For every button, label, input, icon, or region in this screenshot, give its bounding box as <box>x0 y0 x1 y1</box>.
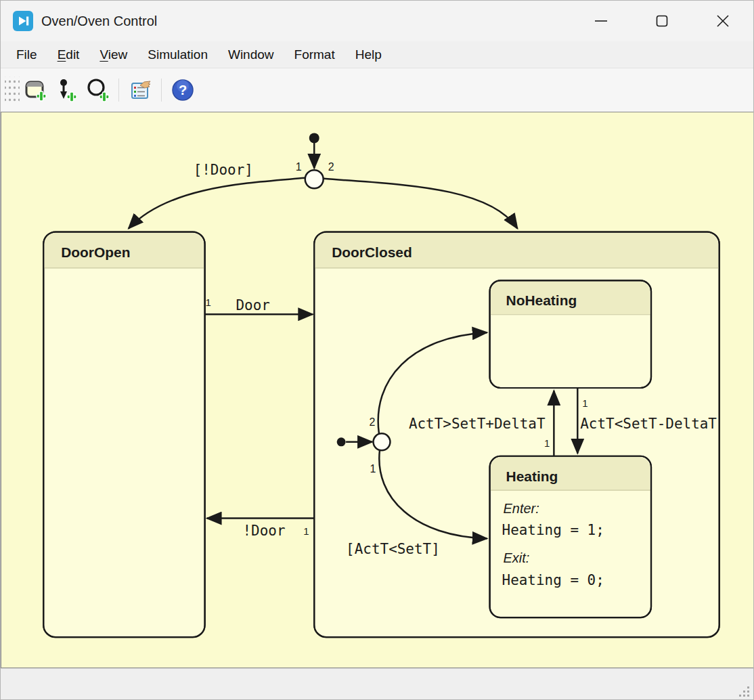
guard-not-door-top[interactable]: [!Door] <box>194 162 253 178</box>
resize-grip[interactable] <box>738 686 751 698</box>
menu-bar: File Edit View Simulation Window Format … <box>1 41 753 68</box>
state-heating[interactable]: Heating Enter: Heating = 1; Exit: Heatin… <box>490 456 651 617</box>
maximize-icon <box>655 14 669 28</box>
app-icon <box>13 11 33 31</box>
menu-file[interactable]: File <box>6 43 47 66</box>
top-junction-branch-1[interactable]: 1 <box>296 161 302 173</box>
status-bar <box>1 668 753 700</box>
minimize-icon <box>594 14 608 28</box>
state-title-door-closed[interactable]: DoorClosed <box>332 244 412 260</box>
add-state-icon <box>22 76 49 104</box>
app-window: Oven/Oven Control File Edit <box>0 0 754 700</box>
guard-act-lt-set[interactable]: [ActT<SetT] <box>346 541 440 557</box>
inner-initial-dot[interactable] <box>337 437 346 446</box>
toolbar-separator <box>118 79 119 102</box>
add-junction-icon <box>84 76 111 104</box>
toolbar-separator <box>161 79 162 102</box>
heat-off-order[interactable]: 1 <box>544 437 550 449</box>
menu-help[interactable]: Help <box>345 43 392 66</box>
add-default-transition-button[interactable] <box>51 74 82 106</box>
state-title-no-heating[interactable]: NoHeating <box>506 292 577 308</box>
not-door-event[interactable]: !Door <box>242 523 285 539</box>
heat-on-order[interactable]: 1 <box>582 397 587 409</box>
inner-junction-branch-1[interactable]: 1 <box>370 463 376 475</box>
add-state-button[interactable] <box>20 74 51 106</box>
svg-text:?: ? <box>179 83 187 97</box>
state-title-heating[interactable]: Heating <box>506 468 558 484</box>
title-bar: Oven/Oven Control <box>1 1 753 41</box>
state-no-heating[interactable]: NoHeating <box>490 280 651 388</box>
heating-enter-label[interactable]: Enter: <box>504 501 539 516</box>
door-order[interactable]: 1 <box>206 297 211 308</box>
menu-window[interactable]: Window <box>218 43 284 66</box>
add-junction-button[interactable] <box>82 74 113 106</box>
initial-state-dot[interactable] <box>309 133 319 143</box>
top-junction[interactable] <box>305 170 324 188</box>
state-title-door-open[interactable]: DoorOpen <box>61 244 130 260</box>
transition-junction-to-door-closed[interactable] <box>324 179 517 229</box>
run-state-machine-icon <box>15 13 31 29</box>
toolbar: ? <box>1 68 753 112</box>
help-icon: ? <box>170 77 196 103</box>
help-button[interactable]: ? <box>167 74 198 106</box>
inner-junction[interactable] <box>374 433 391 450</box>
close-button[interactable] <box>692 1 753 41</box>
transition-junction-to-door-open[interactable] <box>129 178 305 229</box>
menu-view[interactable]: View <box>89 43 137 66</box>
close-icon <box>716 14 730 28</box>
heating-enter-action[interactable]: Heating = 1; <box>502 522 604 538</box>
properties-icon <box>127 76 154 104</box>
window-title: Oven/Oven Control <box>41 1 157 41</box>
menu-edit[interactable]: Edit <box>47 43 90 66</box>
minimize-button[interactable] <box>571 1 631 41</box>
window-controls <box>571 1 753 41</box>
menu-simulation[interactable]: Simulation <box>137 43 218 66</box>
not-door-order[interactable]: 1 <box>303 525 309 537</box>
properties-button[interactable] <box>125 74 156 106</box>
heating-exit-label[interactable]: Exit: <box>504 550 530 565</box>
state-door-open[interactable]: DoorOpen <box>43 232 204 638</box>
heating-exit-action[interactable]: Heating = 0; <box>502 572 604 588</box>
guard-heat-on[interactable]: ActT<SetT-DeltaT <box>580 416 717 432</box>
statechart-canvas[interactable]: DoorOpen DoorClosed NoHeating <box>1 112 754 668</box>
add-default-transition-icon <box>53 76 80 104</box>
maximize-button[interactable] <box>631 1 692 41</box>
statechart-svg: DoorOpen DoorClosed NoHeating <box>1 112 754 668</box>
door-event[interactable]: Door <box>236 297 270 313</box>
inner-junction-branch-2[interactable]: 2 <box>370 416 376 428</box>
toolbar-grip-handle[interactable] <box>5 76 20 104</box>
top-junction-branch-2[interactable]: 2 <box>328 161 334 173</box>
menu-format[interactable]: Format <box>284 43 345 66</box>
guard-heat-off[interactable]: ActT>SetT+DeltaT <box>409 416 546 432</box>
